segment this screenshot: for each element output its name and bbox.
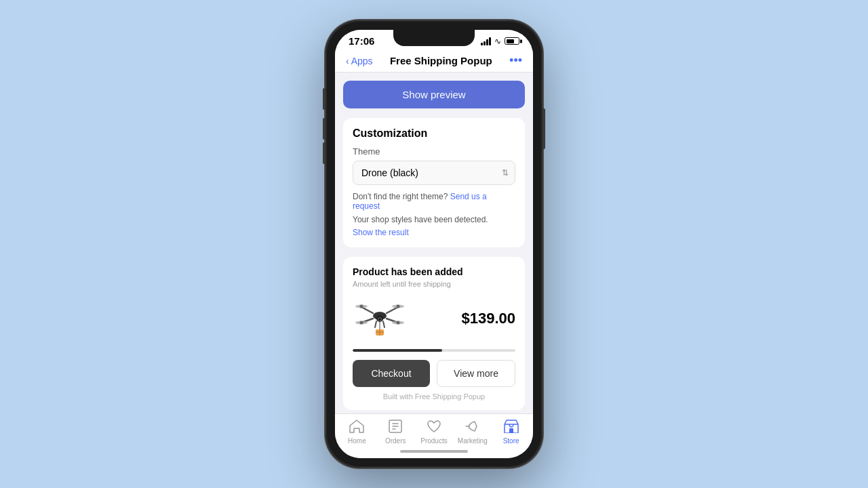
svg-point-3: [378, 318, 380, 320]
customization-title: Customization: [353, 127, 515, 140]
tab-orders[interactable]: Orders: [376, 420, 415, 445]
progress-bar: [353, 349, 515, 352]
progress-bar-fill: [353, 349, 442, 352]
theme-label: Theme: [353, 146, 515, 157]
drone-image: [353, 295, 407, 342]
tab-marketing[interactable]: Marketing: [453, 420, 492, 445]
home-indicator: [335, 447, 533, 458]
nav-title: Free Shipping Popup: [390, 55, 492, 66]
svg-point-15: [396, 321, 399, 324]
home-icon: [349, 420, 364, 435]
tab-orders-label: Orders: [385, 437, 406, 445]
back-label: Apps: [351, 56, 373, 66]
products-icon: [427, 420, 441, 435]
tab-products[interactable]: Products: [415, 420, 454, 445]
tab-bar: Home Orders Products: [335, 413, 533, 447]
store-icon: [504, 420, 519, 435]
orders-icon: [389, 420, 402, 435]
tab-products-label: Products: [420, 437, 447, 445]
svg-point-12: [359, 304, 363, 308]
svg-line-17: [383, 321, 384, 327]
product-added-title: Product has been added: [353, 266, 515, 277]
theme-select-wrapper: Drone (black) ⇅: [353, 161, 515, 185]
home-bar: [400, 450, 468, 453]
built-with-text: Built with Free Shipping Popup: [353, 392, 515, 401]
tab-home-label: Home: [348, 437, 366, 445]
tab-home[interactable]: Home: [338, 420, 376, 445]
phone-wrapper: 17:06 ∿ ‹ Apps Free Shipping Popup •••: [326, 20, 542, 468]
product-content: $139.00: [353, 295, 515, 342]
tab-store[interactable]: Store: [492, 420, 530, 445]
checkout-button[interactable]: Checkout: [353, 360, 430, 387]
product-subtitle: Amount left until free shipping: [353, 280, 515, 288]
theme-select[interactable]: Drone (black): [353, 161, 515, 185]
status-time: 17:06: [349, 35, 374, 47]
svg-point-13: [396, 304, 399, 308]
back-chevron-icon: ‹: [346, 56, 349, 66]
marketing-icon: [465, 420, 480, 435]
nav-bar: ‹ Apps Free Shipping Popup •••: [335, 49, 533, 73]
helper-text: Don't find the right theme? Send us a re…: [353, 192, 515, 211]
content-scroll: Show preview Customization Theme Drone (…: [335, 73, 533, 413]
tab-store-label: Store: [503, 437, 519, 445]
detected-text: Your shop styles have been detected.: [353, 215, 515, 224]
show-result-link[interactable]: Show the result: [353, 228, 409, 237]
view-more-button[interactable]: View more: [437, 360, 515, 387]
svg-line-16: [375, 321, 376, 327]
action-buttons: Checkout View more: [353, 360, 515, 387]
product-popup-preview: Product has been added Amount left until…: [343, 257, 525, 410]
helper-text-static: Don't find the right theme?: [353, 192, 448, 201]
nav-back-button[interactable]: ‹ Apps: [346, 56, 373, 66]
tab-marketing-label: Marketing: [458, 437, 488, 445]
more-options-button[interactable]: •••: [509, 54, 522, 68]
drone-svg: [355, 297, 406, 341]
signal-icon: [481, 37, 491, 45]
status-icons: ∿: [481, 37, 519, 45]
product-price: $139.00: [414, 310, 515, 327]
svg-point-14: [359, 321, 363, 324]
customization-section: Customization Theme Drone (black) ⇅ Don'…: [343, 118, 525, 247]
notch: [393, 30, 475, 46]
show-preview-button[interactable]: Show preview: [343, 81, 525, 108]
svg-rect-24: [509, 428, 513, 433]
wifi-icon: ∿: [494, 37, 501, 45]
phone-screen: 17:06 ∿ ‹ Apps Free Shipping Popup •••: [335, 30, 533, 458]
battery-icon: [505, 37, 519, 45]
